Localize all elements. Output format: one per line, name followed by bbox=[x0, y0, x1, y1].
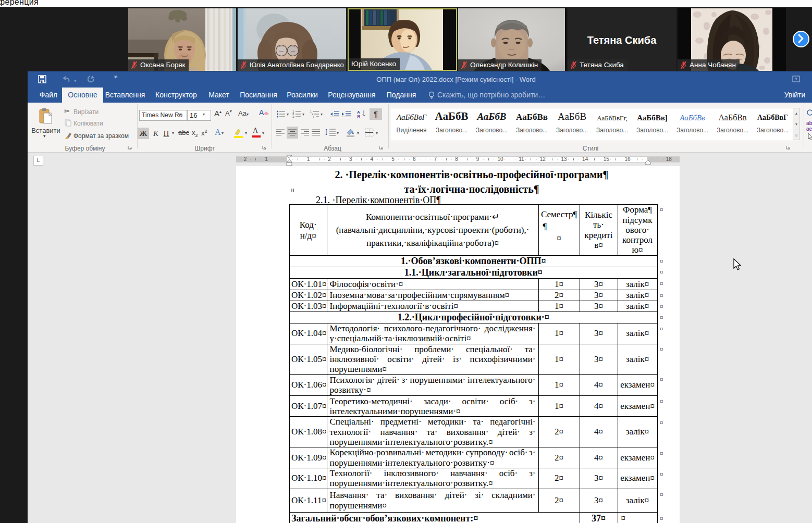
svg-text:3: 3 bbox=[292, 115, 294, 118]
svg-text:Я: Я bbox=[357, 114, 360, 118]
svg-text:i: i bbox=[313, 115, 314, 118]
